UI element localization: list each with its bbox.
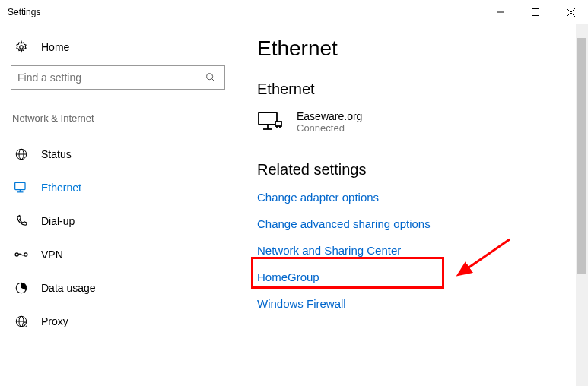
svg-rect-23 — [275, 122, 281, 126]
page-title: Ethernet — [257, 36, 588, 61]
ethernet-icon — [14, 180, 29, 195]
window-title: Settings — [8, 7, 483, 17]
link-windows-firewall[interactable]: Windows Firewall — [257, 297, 346, 310]
vpn-icon — [14, 247, 29, 262]
vertical-scrollbar[interactable] — [576, 24, 588, 386]
home-label: Home — [41, 41, 69, 53]
search-icon — [203, 70, 218, 85]
proxy-icon — [14, 314, 29, 329]
minimize-button[interactable] — [483, 0, 518, 24]
sidebar-item-ethernet[interactable]: Ethernet — [11, 171, 225, 204]
svg-rect-1 — [532, 9, 539, 16]
window-titlebar: Settings — [0, 0, 588, 24]
connection-name: Easeware.org — [297, 110, 362, 122]
nav-label: Dial-up — [41, 215, 75, 227]
svg-point-5 — [207, 74, 213, 80]
svg-rect-20 — [259, 112, 277, 125]
sidebar-item-dialup[interactable]: Dial-up — [11, 204, 225, 238]
section-title: Ethernet — [257, 81, 588, 98]
related-settings-title: Related settings — [257, 161, 588, 179]
sidebar-home[interactable]: Home — [11, 35, 225, 65]
sidebar-item-status[interactable]: Status — [11, 138, 225, 171]
category-header: Network & Internet — [11, 112, 225, 124]
svg-rect-10 — [15, 182, 25, 189]
nav-label: Ethernet — [41, 182, 81, 194]
main-pane: Ethernet Ethernet Easeware.org Connected… — [236, 24, 588, 386]
sidebar: Home Network & Internet Status — [0, 24, 236, 386]
sidebar-item-proxy[interactable]: Proxy — [11, 305, 225, 338]
window-controls — [483, 0, 588, 24]
link-advanced-sharing[interactable]: Change advanced sharing options — [257, 217, 431, 230]
globe-icon — [14, 147, 29, 162]
search-box[interactable] — [11, 65, 225, 90]
data-usage-icon — [14, 280, 29, 296]
sidebar-item-vpn[interactable]: VPN — [11, 238, 225, 271]
nav-label: Status — [41, 148, 72, 160]
phone-icon — [14, 214, 29, 229]
annotation-arrow — [456, 233, 517, 279]
svg-line-6 — [212, 79, 215, 82]
svg-point-13 — [15, 253, 18, 256]
svg-line-26 — [466, 239, 510, 270]
nav-label: Proxy — [41, 315, 68, 327]
link-network-sharing-center[interactable]: Network and Sharing Center — [257, 244, 401, 257]
nav-label: VPN — [41, 248, 63, 261]
connection-status: Connected — [297, 122, 362, 134]
scrollbar-thumb[interactable] — [577, 38, 586, 274]
svg-point-14 — [24, 253, 27, 256]
search-input[interactable] — [17, 71, 203, 84]
link-homegroup[interactable]: HomeGroup — [257, 271, 319, 283]
close-button[interactable] — [553, 0, 588, 24]
sidebar-item-datausage[interactable]: Data usage — [11, 271, 225, 305]
monitor-icon — [257, 111, 283, 134]
connection-item[interactable]: Easeware.org Connected — [257, 110, 588, 134]
svg-point-4 — [20, 46, 24, 49]
link-adapter-options[interactable]: Change adapter options — [257, 191, 379, 204]
nav-label: Data usage — [41, 282, 96, 294]
gear-icon — [14, 40, 29, 55]
maximize-button[interactable] — [518, 0, 553, 24]
